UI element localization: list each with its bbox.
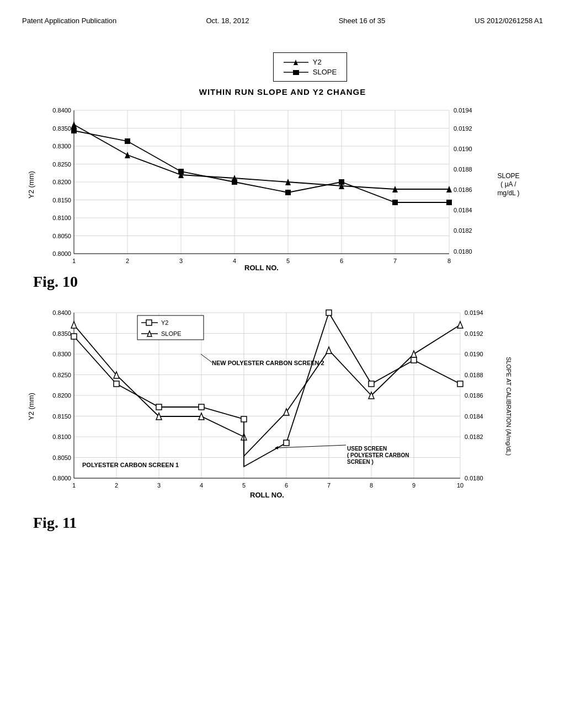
svg-rect-136 [284,440,289,446]
header-patent: US 2012/0261258 A1 [475,17,543,25]
page-header: Patent Application Publication Oct. 18, … [22,11,543,36]
svg-rect-59 [178,169,184,174]
svg-text:0.0182: 0.0182 [465,433,483,440]
svg-rect-61 [285,190,291,195]
chart2-right-axis-label: SLOPE AT CALIBRATION (A/mg/dL) [493,302,524,511]
svg-text:0.0190: 0.0190 [454,146,472,152]
fig10-label: Fig. 10 [33,273,543,291]
svg-text:0.8150: 0.8150 [52,413,71,420]
svg-text:0.0194: 0.0194 [465,309,483,316]
svg-text:0.8350: 0.8350 [52,330,71,337]
svg-text:8: 8 [447,258,451,264]
svg-text:0.8400: 0.8400 [52,107,71,114]
svg-rect-134 [199,404,204,410]
legend-y2-line [284,58,308,66]
svg-rect-135 [241,416,247,422]
svg-text:2: 2 [126,258,129,264]
svg-text:0.0180: 0.0180 [465,475,483,481]
svg-text:4: 4 [233,258,236,264]
svg-text:NEW POLYESTER CARBON SCREEN 2: NEW POLYESTER CARBON SCREEN 2 [212,360,324,366]
svg-text:0.8000: 0.8000 [52,250,71,257]
svg-text:0.8250: 0.8250 [52,372,71,378]
svg-rect-3 [293,70,299,75]
svg-text:4: 4 [200,482,203,489]
svg-text:0.0192: 0.0192 [465,330,483,337]
svg-text:0.8100: 0.8100 [52,215,71,221]
svg-text:0.0186: 0.0186 [465,392,483,399]
chart2-y-axis-label: Y2 (mm) [22,302,40,511]
svg-rect-60 [232,179,237,185]
svg-text:7: 7 [327,482,331,489]
header-sheet: Sheet 16 of 35 [339,17,386,25]
legend-slope-row: SLOPE [284,68,337,76]
svg-rect-116 [146,320,152,325]
svg-rect-139 [411,357,417,363]
chart2-svg: 0.8400 0.8350 0.8300 0.8250 0.8200 0.815… [41,302,493,511]
svg-text:USED SCREEN: USED SCREEN [347,446,387,452]
svg-text:0.0188: 0.0188 [454,166,472,173]
fig11-label: Fig. 11 [33,514,543,532]
svg-text:5: 5 [242,482,246,489]
svg-text:6: 6 [285,482,288,489]
svg-text:ROLL NO.: ROLL NO. [250,491,284,499]
svg-rect-63 [392,200,398,205]
svg-text:6: 6 [340,258,343,264]
svg-text:0.8250: 0.8250 [52,161,71,168]
svg-text:0.8300: 0.8300 [52,351,71,357]
svg-text:0.8300: 0.8300 [52,143,71,149]
svg-text:POLYESTER CARBON SCREEN 1: POLYESTER CARBON SCREEN 1 [82,462,179,468]
page: Patent Application Publication Oct. 18, … [0,0,565,728]
svg-text:3: 3 [179,258,183,264]
svg-text:8: 8 [370,482,373,489]
svg-text:0.0194: 0.0194 [454,107,472,114]
svg-rect-131 [71,334,77,339]
svg-text:0.8100: 0.8100 [52,433,71,440]
svg-text:5: 5 [286,258,290,264]
svg-text:Y2: Y2 [161,319,168,326]
legend-slope-label: SLOPE [313,68,337,76]
svg-text:0.0184: 0.0184 [465,413,483,420]
svg-text:9: 9 [412,482,415,489]
svg-text:0.8200: 0.8200 [52,392,71,399]
svg-rect-62 [339,179,344,185]
chart1-title: WITHIN RUN SLOPE AND Y2 CHANGE [22,87,543,97]
legend-y2-label: Y2 [313,58,322,66]
svg-marker-121 [71,322,77,328]
svg-text:0.8200: 0.8200 [52,179,71,185]
legend-slope-line [284,68,308,76]
svg-text:0.8050: 0.8050 [52,454,71,461]
svg-text:3: 3 [157,482,161,489]
svg-rect-137 [326,310,332,315]
svg-text:1: 1 [72,482,76,489]
svg-marker-127 [326,347,332,354]
svg-rect-140 [457,381,463,387]
svg-text:0.8400: 0.8400 [52,309,71,316]
svg-text:0.0186: 0.0186 [454,186,472,193]
svg-text:ROLL NO.: ROLL NO. [244,264,279,270]
svg-text:SCREEN ): SCREEN ) [347,459,374,465]
svg-text:0.8050: 0.8050 [52,233,71,239]
svg-text:1: 1 [72,258,76,264]
legend-box-fig10: Y2 SLOPE [273,52,347,82]
svg-text:0.0180: 0.0180 [454,248,472,255]
svg-text:0.8350: 0.8350 [52,125,71,132]
svg-text:( POLYESTER CARBON: ( POLYESTER CARBON [347,452,409,458]
svg-text:SLOPE: SLOPE [161,330,182,337]
svg-text:0.8150: 0.8150 [52,197,71,204]
svg-text:7: 7 [393,258,397,264]
svg-text:10: 10 [457,482,463,489]
svg-marker-50 [125,152,130,158]
svg-text:2: 2 [115,482,118,489]
svg-text:0.0188: 0.0188 [465,372,483,378]
legend-y2-row: Y2 [284,58,337,66]
svg-text:0.0182: 0.0182 [454,227,472,234]
svg-rect-138 [369,381,374,387]
svg-text:0.0184: 0.0184 [454,207,472,213]
svg-rect-57 [71,128,77,133]
svg-line-148 [201,354,212,362]
svg-text:0.8000: 0.8000 [52,475,71,481]
header-publication: Patent Application Publication [22,17,116,25]
chart1-y-axis-label: Y2 (mm) [22,99,40,270]
svg-rect-133 [156,404,162,410]
svg-rect-58 [125,138,130,144]
